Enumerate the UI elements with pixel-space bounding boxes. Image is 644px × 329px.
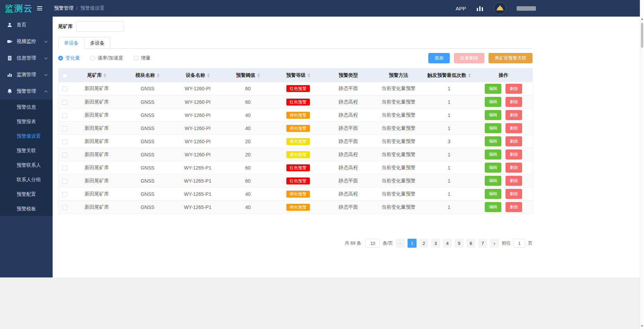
tab-single-device[interactable]: 单设备 <box>58 37 84 49</box>
edit-button[interactable]: 编辑 <box>485 189 501 199</box>
row-checkbox[interactable] <box>62 166 67 171</box>
sort-icon[interactable] <box>104 73 106 77</box>
edit-button[interactable]: 编辑 <box>485 176 501 186</box>
sort-icon[interactable] <box>257 73 260 77</box>
row-checkbox[interactable] <box>62 192 67 197</box>
page-button[interactable]: 6 <box>466 239 475 248</box>
edit-button[interactable]: 编辑 <box>485 149 501 159</box>
cell-device: WY-1260-PI <box>173 148 223 161</box>
column-header-level[interactable]: 预警等级 <box>273 68 323 82</box>
cell-level: 红色预警 <box>273 95 323 109</box>
column-header-min-count[interactable]: 触发预警最低次数 <box>424 68 475 82</box>
tab-multi-device[interactable]: 多设备 <box>84 37 110 49</box>
cell-tailing: 新田尾矿库 <box>71 174 123 188</box>
delete-button[interactable]: 删除 <box>506 163 522 173</box>
scrollbar-thumb[interactable] <box>641 23 643 48</box>
bar-chart-icon[interactable] <box>476 5 483 11</box>
breadcrumb-section[interactable]: 预警管理 <box>54 5 73 11</box>
sidebar-subitem[interactable]: 预警关联 <box>0 143 53 158</box>
scroll-down-icon[interactable]: ▼ <box>640 325 644 328</box>
sidebar-item-warning-management[interactable]: 预警管理 <box>0 83 53 100</box>
delete-button[interactable]: 删除 <box>506 97 522 107</box>
column-header-tailing[interactable]: 尾矿库 <box>71 68 123 82</box>
row-checkbox[interactable] <box>62 126 67 131</box>
row-checkbox[interactable] <box>62 179 67 184</box>
menu-collapse-icon[interactable] <box>37 6 42 10</box>
warning-level-badge: 橙色预警 <box>286 191 310 198</box>
delete-button[interactable]: 删除 <box>506 110 522 120</box>
delete-button[interactable]: 删除 <box>506 149 522 159</box>
edit-button[interactable]: 编辑 <box>485 123 501 133</box>
cell-level: 橙色预警 <box>273 122 323 135</box>
row-checkbox[interactable] <box>62 205 67 210</box>
main-content: 尾矿库 单设备 多设备 变化量 速率/加速度 <box>53 17 640 277</box>
sidebar-subitem[interactable]: 预警报表 <box>0 114 53 129</box>
sidebar-item-info-management[interactable]: 信息管理 <box>0 50 53 66</box>
delete-button[interactable]: 删除 <box>506 84 522 94</box>
page-button[interactable]: 3 <box>431 239 440 248</box>
tailing-filter-input[interactable] <box>76 21 124 32</box>
username-redacted[interactable] <box>517 6 536 11</box>
row-checkbox[interactable] <box>62 113 67 118</box>
sidebar-subitem[interactable]: 预警模板 <box>0 201 53 216</box>
cell-type: 静态平面 <box>323 201 374 214</box>
row-checkbox[interactable] <box>62 86 67 91</box>
prev-page-button[interactable]: ‹ <box>396 239 405 248</box>
edit-button[interactable]: 编辑 <box>485 163 501 173</box>
app-link[interactable]: APP <box>456 6 466 11</box>
page-button[interactable]: 2 <box>419 239 428 248</box>
cell-method: 当前变化量预警 <box>374 135 424 148</box>
delete-button[interactable]: 删除 <box>506 136 522 146</box>
column-header-module[interactable]: 模块名称 <box>123 68 173 82</box>
edit-button[interactable]: 编辑 <box>485 136 501 146</box>
page-button[interactable]: 7 <box>478 239 487 248</box>
warning-level-badge: 红色预警 <box>286 99 310 106</box>
column-header-device[interactable]: 设备名称 <box>173 68 223 82</box>
delete-button[interactable]: 删除 <box>506 202 522 212</box>
row-checkbox[interactable] <box>62 139 67 144</box>
page-button[interactable]: 5 <box>455 239 464 248</box>
add-button[interactable]: 添加 <box>428 53 450 63</box>
sidebar-subitem[interactable]: 联系人分组 <box>0 172 53 187</box>
cell-min-count: 1 <box>424 201 475 214</box>
select-all-checkbox[interactable] <box>62 73 67 78</box>
sidebar-subitem[interactable]: 预警配置 <box>0 187 53 201</box>
sort-icon[interactable] <box>307 73 310 77</box>
next-page-button[interactable]: › <box>490 239 499 248</box>
page-button[interactable]: 4 <box>443 239 452 248</box>
sidebar-subitem[interactable]: 预警信息 <box>0 100 53 114</box>
cell-type: 静态高程 <box>323 161 374 174</box>
radio-option[interactable]: 速率/加速度 <box>90 55 123 61</box>
cell-tailing: 新田尾矿库 <box>71 109 123 122</box>
vertical-scrollbar[interactable]: ▲ ▼ <box>640 0 644 329</box>
goto-page-input[interactable] <box>513 239 525 248</box>
sort-icon[interactable] <box>468 73 471 77</box>
edit-button[interactable]: 编辑 <box>485 97 501 107</box>
page-button[interactable]: 1 <box>408 239 417 248</box>
user-avatar[interactable] <box>494 2 506 15</box>
row-checkbox[interactable] <box>62 100 67 105</box>
sidebar-item-monitoring-management[interactable]: 监测管理 <box>0 66 53 83</box>
delete-button[interactable]: 删除 <box>506 176 522 186</box>
warning-level-badge: 橙色预警 <box>286 204 310 211</box>
scroll-up-icon[interactable]: ▲ <box>640 17 644 20</box>
edit-button[interactable]: 编辑 <box>485 84 501 94</box>
edit-button[interactable]: 编辑 <box>485 110 501 120</box>
batch-delete-button[interactable]: 批量删除 <box>454 53 484 63</box>
tailing-warning-link-button[interactable]: 尾矿库预警关联 <box>489 53 533 63</box>
sort-icon[interactable] <box>157 73 160 77</box>
edit-button[interactable]: 编辑 <box>485 202 501 212</box>
page-size-select[interactable]: 10 <box>365 239 380 248</box>
sidebar-item-video-monitoring[interactable]: 视频监控 <box>0 33 53 50</box>
row-checkbox[interactable] <box>62 153 67 157</box>
delete-button[interactable]: 删除 <box>506 189 522 199</box>
radio-option[interactable]: 增量 <box>134 55 151 61</box>
sort-icon[interactable] <box>207 73 210 77</box>
delete-button[interactable]: 删除 <box>506 123 522 133</box>
sidebar-subitem[interactable]: 预警值设置 <box>0 129 53 143</box>
sidebar-item-home[interactable]: 首页 <box>0 17 53 33</box>
radio-option[interactable]: 变化量 <box>58 55 80 61</box>
column-header-threshold[interactable]: 预警阈值 <box>223 68 273 82</box>
cell-method: 当前变化量预警 <box>374 148 424 161</box>
sidebar-subitem[interactable]: 预警联系人 <box>0 158 53 172</box>
